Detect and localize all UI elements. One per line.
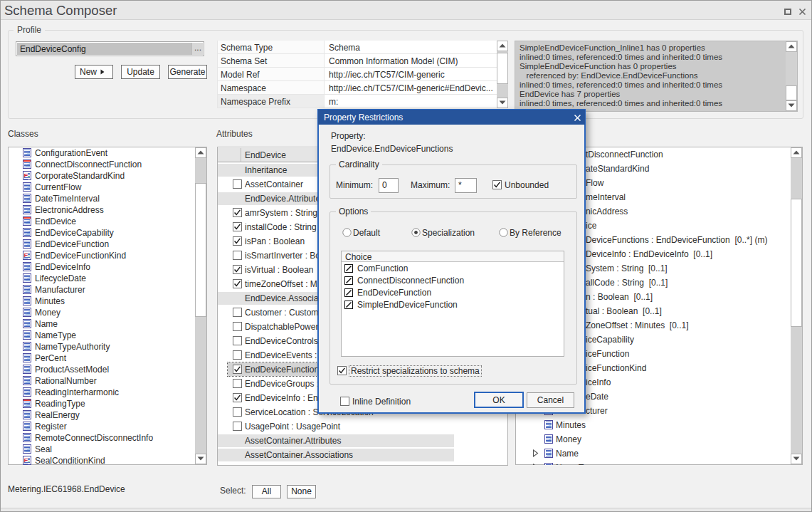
svg-text:E: E — [24, 172, 28, 179]
svg-text:E: E — [24, 252, 28, 259]
svg-text:E: E — [24, 457, 28, 464]
